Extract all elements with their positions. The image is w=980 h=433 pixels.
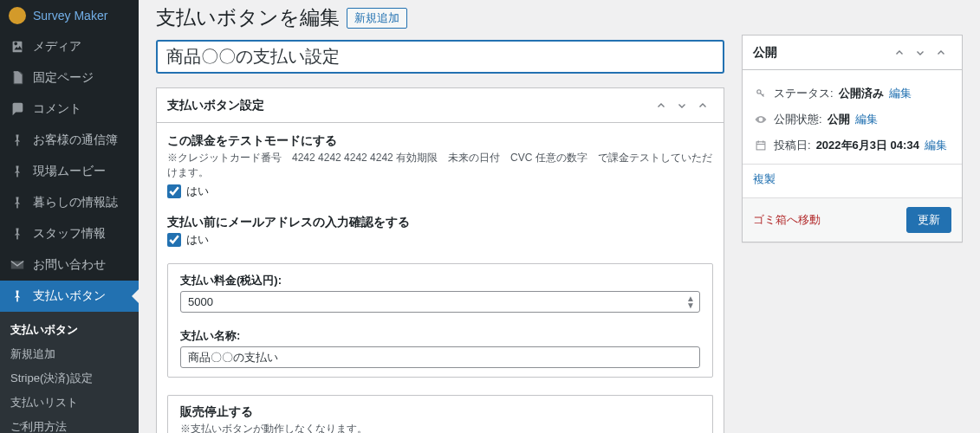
svg-rect-3 [16, 236, 18, 240]
visibility-row: 公開状態: 公開 編集 [753, 107, 951, 132]
visibility-label: 公開状態: [774, 112, 822, 127]
email-confirm-yes-label: はい [186, 232, 209, 248]
sidebar-item-label: スタッフ情報 [33, 226, 106, 242]
date-row: 投稿日: 2022年6月3日 04:34 編集 [753, 132, 951, 158]
settings-postbox-title: 支払いボタン設定 [167, 98, 264, 113]
svg-rect-2 [16, 204, 18, 209]
pin-icon [9, 163, 26, 180]
page-heading: 支払いボタンを編集 [156, 4, 340, 31]
test-mode-checkbox[interactable] [167, 184, 181, 198]
mail-icon [9, 256, 26, 274]
sidebar-item-label: 支払いボタン [33, 288, 106, 304]
toggle-panel-button[interactable] [692, 95, 713, 116]
test-mode-note: ※クレジットカード番号 4242 4242 4242 4242 有効期限 未来の… [167, 151, 713, 180]
status-row: ステータス: 公開済み 編集 [753, 81, 951, 107]
publish-postbox-title: 公開 [753, 45, 777, 61]
settings-postbox-body: この課金をテストモードにする ※クレジットカード番号 4242 4242 424… [157, 123, 724, 433]
visibility-edit-link[interactable]: 編集 [855, 112, 878, 127]
sidebar-item-payment-button[interactable]: 支払いボタン [0, 281, 139, 312]
sidebar-submenu: 支払いボタン 新規追加 Stripe(決済)設定 支払いリスト ご利用方法 [0, 312, 139, 433]
eye-icon [753, 113, 769, 126]
status-value: 公開済み [839, 86, 884, 101]
sidebar-item-magazine[interactable]: 暮らしの情報誌 [0, 187, 139, 218]
content-wrap: 支払いボタンを編集 新規追加 支払いボタン設定 [139, 0, 980, 433]
publish-actions: ゴミ箱へ移動 更新 [743, 197, 962, 242]
sidebar-item-label: コメント [33, 101, 81, 117]
sidebar-item-staff[interactable]: スタッフ情報 [0, 218, 139, 249]
visibility-value: 公開 [827, 112, 850, 127]
test-mode-title: この課金をテストモードにする [167, 133, 713, 149]
title-input[interactable] [156, 40, 724, 74]
handle-actions [651, 95, 713, 116]
sidebar-item-label: お客様の通信簿 [33, 132, 118, 148]
stop-sale-title: 販売停止する [180, 404, 700, 420]
test-mode-yes-label: はい [186, 184, 209, 199]
svg-rect-1 [16, 173, 18, 178]
pin-icon [9, 132, 26, 149]
svg-rect-6 [756, 142, 765, 150]
move-up-button[interactable] [889, 42, 910, 63]
side-column: 公開 ステータス: [742, 0, 963, 433]
status-edit-link[interactable]: 編集 [889, 86, 912, 101]
submenu-item-payment-button[interactable]: 支払いボタン [0, 318, 139, 342]
sidebar-item-media[interactable]: メディア [0, 31, 139, 62]
email-confirm-check-row[interactable]: はい [167, 232, 713, 248]
sidebar-item-pages[interactable]: 固定ページ [0, 62, 139, 94]
move-up-button[interactable] [651, 95, 672, 116]
admin-sidebar: Survey Maker メディア 固定ページ コメント お客様の通信簿 現場ム… [0, 0, 139, 433]
submenu-item-stripe-settings[interactable]: Stripe(決済)設定 [0, 366, 139, 391]
sidebar-item-customer-report[interactable]: お客様の通信簿 [0, 125, 139, 156]
price-label: 支払い料金(税込円): [180, 273, 700, 288]
sidebar-item-label: メディア [33, 39, 81, 55]
stop-sale-box: 販売停止する ※支払いボタンが動作しなくなります。 はい [167, 395, 713, 433]
pin-icon [9, 225, 26, 242]
settings-postbox: 支払いボタン設定 この課金をテストモードにする ※クレジットカード番号 4242… [156, 87, 724, 433]
sidebar-item-label: 暮らしの情報誌 [33, 195, 118, 210]
sidebar-item-label: Survey Maker [33, 9, 107, 23]
stop-sale-note: ※支払いボタンが動作しなくなります。 [180, 422, 700, 433]
pages-icon [9, 69, 26, 87]
update-button[interactable]: 更新 [906, 207, 951, 233]
publish-postbox-header: 公開 [743, 36, 962, 70]
pin-icon [9, 288, 26, 305]
email-confirm-title: 支払い前にメールアドレスの入力確認をする [167, 215, 713, 230]
settings-postbox-header: 支払いボタン設定 [157, 88, 724, 123]
test-mode-check-row[interactable]: はい [167, 184, 713, 199]
submenu-item-usage[interactable]: ご利用方法 [0, 415, 139, 433]
key-icon [753, 87, 769, 100]
sidebar-item-label: 固定ページ [33, 70, 94, 86]
payment-name-label: 支払い名称: [180, 328, 700, 344]
add-new-button[interactable]: 新規追加 [347, 8, 407, 29]
pin-icon [9, 194, 26, 211]
move-down-button[interactable] [672, 95, 692, 116]
sidebar-item-movie[interactable]: 現場ムービー [0, 156, 139, 187]
svg-rect-4 [16, 298, 18, 302]
move-to-trash-link[interactable]: ゴミ箱へ移動 [753, 212, 821, 228]
media-icon [9, 38, 26, 55]
publish-body: ステータス: 公開済み 編集 公開状態: 公開 編集 投稿日: [743, 70, 962, 197]
publish-postbox: 公開 ステータス: [742, 35, 963, 242]
duplicate-link[interactable]: 複製 [753, 171, 776, 187]
sidebar-item-label: 現場ムービー [33, 164, 106, 179]
date-value: 2022年6月3日 04:34 [816, 138, 919, 153]
sidebar-item-contact[interactable]: お問い合わせ [0, 249, 139, 281]
submenu-item-add-new[interactable]: 新規追加 [0, 342, 139, 366]
date-label: 投稿日: [774, 138, 811, 153]
publish-handle-actions [889, 42, 951, 63]
sidebar-item-comments[interactable]: コメント [0, 94, 139, 125]
submenu-item-payment-list[interactable]: 支払いリスト [0, 391, 139, 415]
heading-row: 支払いボタンを編集 新規追加 [156, 0, 724, 40]
calendar-icon [753, 139, 769, 152]
move-down-button[interactable] [910, 42, 931, 63]
price-input[interactable] [180, 291, 700, 313]
date-edit-link[interactable]: 編集 [925, 138, 947, 153]
duplicate-row: 複製 [753, 170, 951, 192]
toggle-panel-button[interactable] [931, 42, 951, 63]
sidebar-item-label: お問い合わせ [33, 257, 106, 273]
comments-icon [9, 100, 26, 118]
main-column: 支払いボタンを編集 新規追加 支払いボタン設定 [156, 0, 724, 433]
price-name-box: 支払い料金(税込円): ▲▼ 支払い名称: [167, 263, 713, 378]
sidebar-item-survey-maker[interactable]: Survey Maker [0, 0, 139, 31]
email-confirm-checkbox[interactable] [167, 233, 181, 247]
payment-name-input[interactable] [180, 346, 700, 368]
